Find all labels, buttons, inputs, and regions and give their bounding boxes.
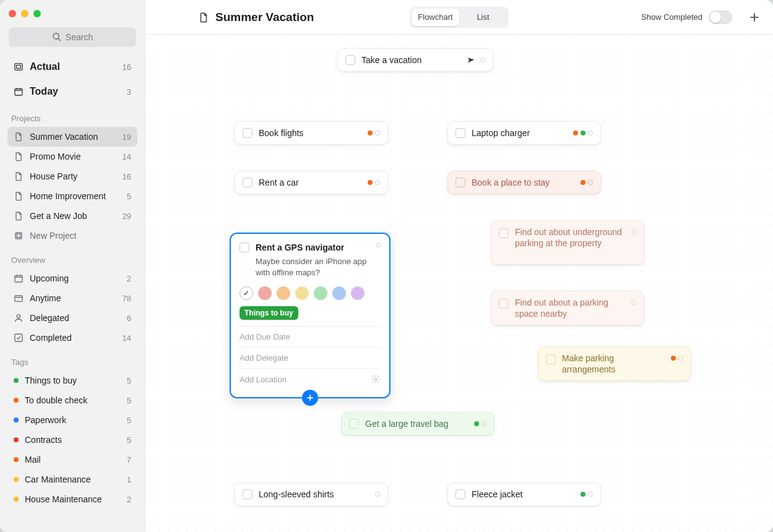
tag-label: Things to buy	[25, 375, 77, 385]
node-parking-arrange[interactable]: Make parking arrangements	[538, 346, 691, 381]
add-due-date-field[interactable]: Add Due Date	[240, 326, 381, 347]
document-icon	[14, 132, 24, 142]
overview-item[interactable]: Completed 14	[7, 328, 137, 348]
tag-item[interactable]: Mail 7	[7, 450, 137, 470]
flowchart-canvas[interactable]: Take a vacation Book flights Laptop char…	[145, 35, 773, 532]
node-shirts[interactable]: Long-sleeved shirts	[235, 483, 388, 506]
projects-header: Projects	[7, 111, 137, 127]
minimize-window-btn[interactable]	[21, 10, 28, 17]
close-window-btn[interactable]	[9, 10, 16, 17]
node-travel-bag[interactable]: Get a large travel bag	[341, 412, 494, 435]
detail-note[interactable]: Maybe consider an iPhone app with offlin…	[256, 256, 369, 278]
tag-item[interactable]: Contracts 5	[7, 430, 137, 450]
maximize-window-btn[interactable]	[33, 10, 41, 17]
node-book-flights[interactable]: Book flights	[235, 121, 388, 145]
tag-item[interactable]: Car Maintenance 1	[7, 470, 137, 489]
project-item[interactable]: Promo Movie 14	[7, 147, 137, 166]
project-item[interactable]: Get a New Job 29	[7, 206, 137, 226]
node-label: Find out about underground parking at th…	[515, 227, 625, 249]
tag-item[interactable]: To double check 5	[7, 390, 137, 410]
tag-label: Car Maintenance	[25, 474, 91, 484]
overview-count: 78	[123, 294, 131, 303]
node-fleece[interactable]: Fleece jacket	[447, 483, 601, 506]
new-project-button[interactable]: New Project	[7, 226, 137, 246]
checkbox[interactable]	[456, 178, 465, 187]
overview-count: 2	[127, 274, 131, 283]
checkbox[interactable]	[456, 489, 465, 499]
overview-item[interactable]: Upcoming 2	[7, 268, 137, 288]
tag-item[interactable]: Things to buy 5	[7, 371, 137, 390]
svg-rect-2	[15, 88, 22, 95]
checkbox[interactable]	[345, 55, 355, 65]
checkbox[interactable]	[546, 354, 556, 364]
node-take-vacation[interactable]: Take a vacation	[337, 48, 493, 72]
detail-tag[interactable]: Things to buy	[240, 306, 298, 320]
color-swatch-none[interactable]	[240, 286, 253, 300]
nav-actual[interactable]: Actual 16	[7, 54, 137, 79]
overview-item[interactable]: Anytime 78	[7, 288, 137, 308]
project-label: Home Improvement	[30, 191, 106, 201]
add-delegate-field[interactable]: Add Delegate	[240, 347, 381, 368]
nav-actual-label: Actual	[30, 61, 60, 72]
node-laptop-charger[interactable]: Laptop charger	[447, 121, 601, 145]
show-completed-toggle[interactable]	[709, 11, 732, 24]
add-location-field[interactable]: Add Location	[240, 368, 381, 390]
checkbox[interactable]	[349, 419, 359, 429]
project-item[interactable]: Home Improvement 5	[7, 186, 137, 206]
checkbox[interactable]	[243, 489, 253, 499]
svg-rect-1	[17, 65, 21, 68]
add-task-button[interactable]	[747, 10, 762, 25]
detail-status-dot	[376, 242, 381, 247]
gear-icon[interactable]	[371, 374, 381, 384]
tag-item[interactable]: Paperwork 5	[7, 410, 137, 430]
detail-checkbox[interactable]	[240, 242, 249, 252]
node-detail-card[interactable]: Rent a GPS navigator Maybe consider an i…	[230, 233, 391, 398]
node-label: Find out about a parking space nearby	[515, 298, 625, 319]
node-rent-car[interactable]: Rent a car	[235, 171, 388, 194]
overview-label: Delegated	[30, 313, 69, 323]
tag-label: To double check	[25, 395, 87, 405]
view-flowchart-tab[interactable]: Flowchart	[412, 9, 459, 26]
document-icon	[14, 171, 24, 181]
color-swatch-red[interactable]	[258, 286, 272, 300]
tags-header: Tags	[7, 355, 137, 371]
nav-today[interactable]: Today 3	[7, 79, 137, 104]
tag-color-dot	[14, 378, 19, 383]
tag-color-dot	[14, 418, 19, 423]
node-label: Book flights	[259, 128, 361, 138]
tag-color-dot	[14, 497, 19, 502]
search-input[interactable]: Search	[9, 27, 136, 47]
add-child-node-button[interactable]	[302, 390, 318, 406]
detail-title[interactable]: Rent a GPS navigator	[256, 242, 369, 252]
checkbox[interactable]	[243, 128, 253, 138]
view-list-tab[interactable]: List	[459, 9, 507, 26]
color-swatch-purple[interactable]	[351, 286, 365, 300]
node-parking-nearby[interactable]: Find out about a parking space nearby	[491, 291, 644, 325]
node-parking-under[interactable]: Find out about underground parking at th…	[491, 220, 644, 265]
project-item[interactable]: Summer Vacation 19	[7, 127, 137, 147]
checkbox[interactable]	[499, 299, 509, 309]
checkbox[interactable]	[499, 228, 509, 238]
calendar-icon	[14, 86, 24, 97]
tag-color-dot	[14, 437, 19, 442]
node-book-place[interactable]: Book a place to stay	[447, 171, 601, 194]
tag-count: 5	[127, 396, 131, 405]
check-icon	[14, 333, 24, 343]
checkbox[interactable]	[243, 178, 253, 187]
checkbox[interactable]	[456, 128, 465, 138]
inbox-icon	[14, 61, 24, 72]
color-swatch-blue[interactable]	[332, 286, 346, 300]
color-swatch-yellow[interactable]	[295, 286, 309, 300]
svg-point-6	[17, 315, 20, 318]
project-item[interactable]: House Party 16	[7, 166, 137, 186]
project-label: Summer Vacation	[30, 132, 98, 142]
tag-item[interactable]: House Maintenance 2	[7, 489, 137, 509]
tag-count: 7	[127, 455, 131, 465]
node-label: Laptop charger	[472, 128, 567, 138]
overview-item[interactable]: Delegated 6	[7, 308, 137, 328]
document-icon	[14, 152, 24, 161]
top-bar: Summer Vacation Flowchart List Show Comp…	[145, 0, 773, 35]
color-swatch-orange[interactable]	[277, 286, 290, 300]
color-swatch-green[interactable]	[314, 286, 327, 300]
search-icon	[52, 32, 62, 42]
